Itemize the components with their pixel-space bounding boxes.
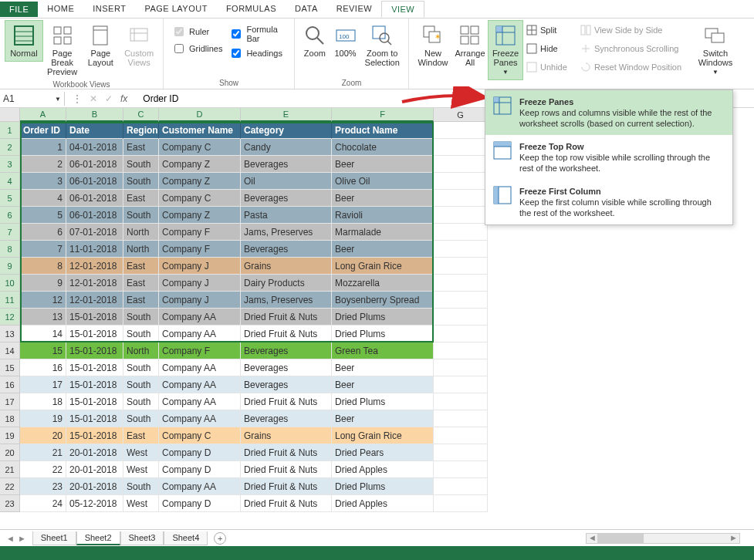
freeze-panes-button[interactable]: Freeze Panes▼ [488,20,523,80]
cell[interactable]: 06-01-2018 [66,207,123,224]
freeze-first-column-item[interactable]: Freeze First ColumnKeep the first column… [485,180,732,224]
sheet-tab-sheet3[interactable]: Sheet3 [120,531,164,545]
cell[interactable]: Company F [159,224,241,241]
sheet-tab-sheet2[interactable]: Sheet2 [76,531,120,545]
cell[interactable] [434,207,488,224]
cell[interactable]: Beverages [241,190,332,207]
cell[interactable]: Company C [159,139,241,156]
cell[interactable]: 15-01-2018 [66,342,123,359]
cell[interactable]: South [123,207,159,224]
cell[interactable]: 15 [20,342,66,359]
cell[interactable]: Company J [159,258,241,275]
cell[interactable]: 16 [20,359,66,376]
cell[interactable]: Category [241,122,332,139]
cell[interactable]: 20-01-2018 [66,478,123,495]
cell[interactable]: Company AA [159,309,241,326]
column-header-E[interactable]: E [241,108,332,122]
formula-bar-checkbox[interactable]: Formula Bar [228,25,286,43]
accept-formula-icon[interactable]: ✓ [105,93,113,104]
cell[interactable]: Marmalade [332,224,434,241]
zoom-button[interactable]: Zoom [299,20,330,62]
cell[interactable]: Order ID [20,122,66,139]
sheet-nav-prev-icon[interactable]: ◄ [6,534,15,543]
cell[interactable]: Dried Apples [332,461,434,478]
row-header[interactable]: 15 [0,359,20,376]
cell[interactable]: South [123,393,159,410]
custom-views-button[interactable]: Custom Views [120,20,158,71]
column-header-C[interactable]: C [123,108,159,122]
cell[interactable]: Dried Fruit & Nuts [241,309,332,326]
row-header[interactable]: 17 [0,393,20,410]
cell[interactable]: Beer [332,359,434,376]
cell[interactable]: North [123,241,159,258]
ruler-checkbox[interactable]: Ruler [171,25,222,39]
cell[interactable]: Dried Fruit & Nuts [241,444,332,461]
cell[interactable] [434,173,488,190]
cell[interactable]: 12-01-2018 [66,292,123,309]
row-header[interactable]: 14 [0,342,20,359]
hide-button[interactable]: Hide [526,40,574,57]
normal-button[interactable]: Normal [5,20,43,62]
cell[interactable] [434,444,488,461]
zoom-100-button[interactable]: 100 100% [330,20,361,62]
cell[interactable] [434,410,488,427]
row-header[interactable]: 5 [0,190,20,207]
cell[interactable]: 06-01-2018 [66,173,123,190]
cell[interactable]: East [123,258,159,275]
cell[interactable] [434,495,488,512]
cell[interactable] [434,224,488,241]
scroll-left-icon[interactable]: ◄ [588,533,597,542]
cell[interactable]: East [123,427,159,444]
cell[interactable]: 23 [20,478,66,495]
cell[interactable]: 11-01-2018 [66,241,123,258]
cell[interactable]: West [123,495,159,512]
cell[interactable]: Long Grain Rice [332,427,434,444]
cell[interactable]: Company AA [159,326,241,342]
cell[interactable]: Mozzarella [332,275,434,292]
cell[interactable]: Beer [332,156,434,173]
cell[interactable]: Dried Pears [332,444,434,461]
cell[interactable]: Company D [159,461,241,478]
cell[interactable]: West [123,461,159,478]
cell[interactable]: Company AA [159,359,241,376]
arrange-all-button[interactable]: Arrange All [452,20,488,71]
cell[interactable]: 18 [20,393,66,410]
row-header[interactable]: 18 [0,410,20,427]
tab-data[interactable]: DATA [286,1,327,17]
row-header[interactable]: 8 [0,241,20,258]
cell[interactable]: Dried Apples [332,495,434,512]
cell[interactable]: North [123,342,159,359]
row-header[interactable]: 16 [0,376,20,393]
horizontal-scrollbar[interactable]: ◄ ► [586,533,740,544]
gridlines-checkbox[interactable]: Gridlines [171,42,222,56]
cell[interactable]: Customer Name [159,122,241,139]
cell[interactable]: East [123,275,159,292]
cell[interactable]: Dried Fruit & Nuts [241,393,332,410]
cell[interactable]: South [123,410,159,427]
fx-icon[interactable]: fx [120,93,127,104]
cell[interactable]: Dried Fruit & Nuts [241,478,332,495]
tab-file[interactable]: FILE [0,2,38,17]
cell[interactable] [434,122,488,139]
cell[interactable]: 06-01-2018 [66,190,123,207]
tab-insert[interactable]: INSERT [83,1,135,17]
tab-view[interactable]: VIEW [381,1,424,18]
cell[interactable] [434,478,488,495]
cell[interactable]: South [123,326,159,342]
headings-checkbox[interactable]: Headings [228,46,286,60]
formula-options-icon[interactable]: ⋮ [73,93,82,104]
cell[interactable]: 15-01-2018 [66,326,123,342]
cell[interactable]: Beverages [241,241,332,258]
cell[interactable]: 6 [20,224,66,241]
cell[interactable]: Olive Oil [332,173,434,190]
sheet-tab-sheet4[interactable]: Sheet4 [164,531,208,545]
cell[interactable]: 12-01-2018 [66,275,123,292]
split-button[interactable]: Split [526,22,574,39]
cell[interactable] [434,309,488,326]
freeze-panes-item[interactable]: Freeze PanesKeep rows and columns visibl… [485,90,732,135]
cell[interactable]: Company Z [159,173,241,190]
cell[interactable]: Company Z [159,156,241,173]
page-layout-button[interactable]: Page Layout [82,20,120,71]
cell[interactable]: 15-01-2018 [66,309,123,326]
cell[interactable] [434,461,488,478]
